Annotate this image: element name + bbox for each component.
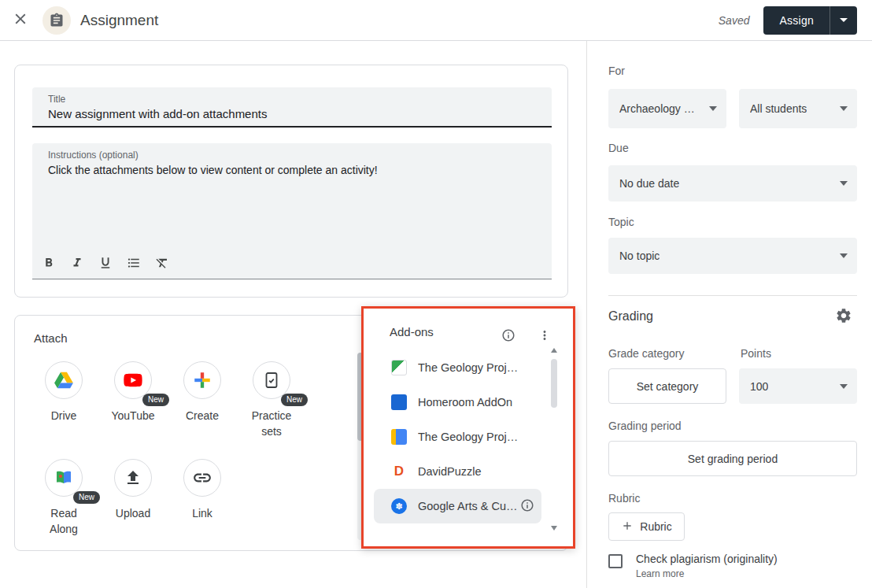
- learn-more-link[interactable]: Learn more: [636, 568, 684, 579]
- attach-item-label: Create: [177, 408, 227, 423]
- link-icon: [183, 459, 221, 497]
- bulleted-list-icon: [127, 256, 141, 272]
- assignment-editor: Assignment Saved Assign Title New assign…: [0, 0, 872, 588]
- rubric-button-label: Rubric: [640, 520, 671, 533]
- settings-sidebar: For Archaeology … All students Due No du…: [586, 41, 872, 588]
- new-badge: New: [73, 491, 100, 504]
- points-value: 100: [750, 380, 768, 393]
- scroll-up-icon[interactable]: [551, 348, 557, 353]
- italic-icon: [70, 256, 84, 272]
- addon-item-davidpuzzle[interactable]: D DavidPuzzle: [374, 454, 541, 489]
- info-icon: [501, 328, 515, 345]
- drive-icon: [45, 361, 83, 399]
- addon-item-geology-2[interactable]: The Geology Proj…: [374, 420, 541, 454]
- google-arts-culture-icon: ✽: [391, 498, 407, 514]
- scrollbar-thumb[interactable]: [551, 359, 557, 408]
- more-vert-icon: [538, 328, 552, 345]
- new-badge: New: [281, 394, 308, 406]
- close-icon: [12, 10, 29, 30]
- create-plus-icon: [183, 361, 221, 399]
- class-select[interactable]: Archaeology …: [608, 89, 726, 128]
- rubric-label: Rubric: [608, 492, 640, 505]
- attach-item-label: YouTube: [108, 408, 158, 423]
- addon-info-icon[interactable]: [519, 498, 535, 514]
- attach-youtube-button[interactable]: New YouTube: [98, 361, 168, 423]
- plagiarism-label: Check plagiarism (originality): [636, 553, 778, 565]
- addon-item-google-arts-culture[interactable]: ✽ Google Arts & Cu…: [374, 489, 541, 523]
- add-rubric-button[interactable]: Rubric: [608, 512, 685, 541]
- instructions-input[interactable]: Instructions (optional) Click the attach…: [32, 143, 552, 279]
- upload-icon: [114, 459, 152, 497]
- save-status: Saved: [719, 14, 750, 27]
- addon-item-geology-1[interactable]: The Geology Proj…: [374, 350, 541, 385]
- plagiarism-checkbox[interactable]: [608, 554, 623, 568]
- addon-item-homeroom[interactable]: Homeroom AddOn: [374, 385, 541, 420]
- underline-button[interactable]: [95, 253, 116, 274]
- attach-read-along-button[interactable]: New Read Along: [29, 459, 98, 537]
- assign-button[interactable]: Assign: [763, 6, 830, 35]
- youtube-icon: New: [114, 361, 152, 399]
- due-label: Due: [608, 142, 629, 154]
- instructions-input-label: Instructions (optional): [48, 150, 139, 161]
- practice-sets-icon: New: [253, 361, 290, 399]
- title-input[interactable]: Title New assignment with add-on attachm…: [32, 87, 552, 128]
- addons-overflow-menu-button[interactable]: [535, 327, 554, 346]
- due-date-value: No due date: [619, 177, 679, 190]
- addon-item-name: The Geology Proj…: [418, 431, 518, 443]
- topbar: Assignment Saved Assign: [0, 0, 872, 41]
- bulleted-list-button[interactable]: [124, 253, 144, 274]
- set-category-label: Set category: [637, 380, 699, 393]
- for-label: For: [608, 65, 625, 77]
- grading-settings-button[interactable]: [833, 305, 855, 327]
- points-select[interactable]: 100: [739, 368, 857, 404]
- new-badge: New: [142, 394, 169, 406]
- grade-category-label: Grade category: [608, 347, 685, 360]
- divider: [608, 295, 857, 296]
- grading-period-label: Grading period: [608, 420, 682, 432]
- students-select[interactable]: All students: [739, 89, 857, 128]
- read-along-icon: New: [45, 459, 83, 497]
- chevron-down-icon: [840, 181, 848, 186]
- title-input-value: New assignment with add-on attachments: [48, 107, 267, 120]
- assign-options-button[interactable]: [830, 6, 857, 35]
- grading-heading: Grading: [608, 309, 653, 324]
- attach-item-label: Link: [177, 505, 227, 521]
- close-button[interactable]: [5, 5, 36, 36]
- geology-project-icon: [391, 429, 407, 445]
- due-date-select[interactable]: No due date: [608, 165, 857, 202]
- assign-split-button: Assign: [763, 6, 857, 35]
- title-input-label: Title: [48, 94, 65, 105]
- plus-icon: [621, 520, 634, 534]
- topic-value: No topic: [619, 250, 660, 262]
- attach-link-button[interactable]: Link: [168, 459, 237, 521]
- addons-scrollbar[interactable]: [550, 348, 558, 531]
- chevron-down-icon: [840, 18, 848, 22]
- class-select-value: Archaeology …: [619, 102, 695, 115]
- gear-icon: [835, 307, 852, 327]
- page-title: Assignment: [80, 12, 158, 29]
- attach-create-button[interactable]: Create: [168, 361, 237, 423]
- main-content: Title New assignment with add-on attachm…: [0, 41, 586, 588]
- addons-info-button[interactable]: [499, 327, 518, 346]
- attach-practice-sets-button[interactable]: New Practice sets: [237, 361, 306, 439]
- italic-button[interactable]: [67, 253, 87, 274]
- geology-project-icon: [391, 360, 407, 375]
- bold-button[interactable]: [39, 253, 59, 274]
- chevron-down-icon: [840, 106, 848, 111]
- clear-formatting-button[interactable]: [152, 253, 172, 274]
- bold-icon: [42, 256, 56, 272]
- addon-item-name: Homeroom AddOn: [418, 396, 512, 409]
- plagiarism-row: Check plagiarism (originality) Learn mor…: [608, 553, 778, 580]
- scroll-down-icon[interactable]: [551, 526, 557, 531]
- topic-select[interactable]: No topic: [608, 238, 857, 274]
- addons-heading: Add-ons: [390, 325, 434, 338]
- attach-drive-button[interactable]: Drive: [29, 361, 98, 423]
- points-label: Points: [741, 347, 771, 360]
- attach-item-label: Upload: [108, 505, 158, 521]
- format-toolbar: [39, 253, 172, 274]
- set-category-button[interactable]: Set category: [608, 368, 726, 404]
- set-grading-period-button[interactable]: Set grading period: [608, 441, 857, 476]
- addon-item-name: DavidPuzzle: [418, 465, 482, 478]
- set-grading-period-label: Set grading period: [688, 453, 778, 465]
- attach-upload-button[interactable]: Upload: [98, 459, 168, 521]
